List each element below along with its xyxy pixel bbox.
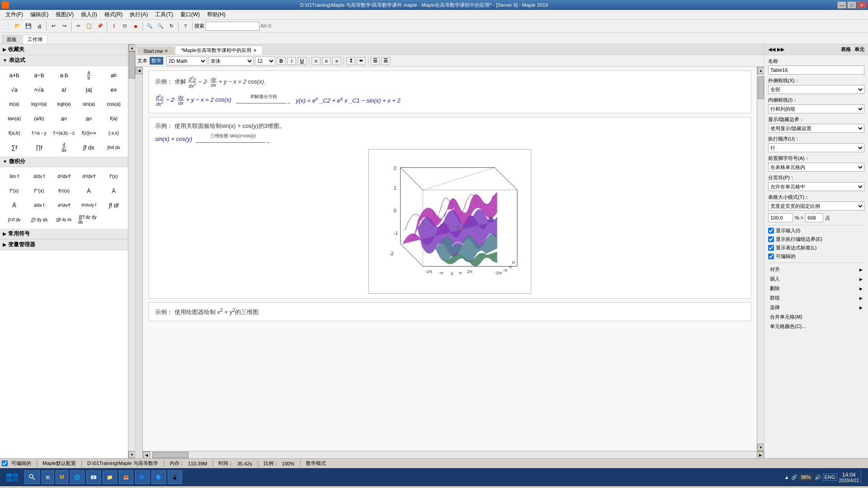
copy-btn[interactable]: 📋: [84, 21, 94, 31]
execute-all-btn[interactable]: !!!: [120, 21, 130, 31]
expr-subidx[interactable]: an: [52, 112, 75, 125]
taskbar-task-view[interactable]: ⊞: [42, 470, 54, 484]
menu-cell-color[interactable]: 单元格颜色(C)...: [768, 322, 864, 331]
expr-integ[interactable]: ∫f dx: [77, 141, 100, 154]
print-btn[interactable]: 🖨: [34, 21, 44, 31]
help-btn[interactable]: ?: [180, 21, 190, 31]
expr-ln[interactable]: ln(a): [3, 98, 26, 110]
close-button[interactable]: ✕: [857, 1, 866, 9]
stop-btn[interactable]: ■: [131, 21, 141, 31]
menu-delete[interactable]: 删除 ▶: [768, 284, 864, 293]
taskbar-maple[interactable]: M: [56, 470, 68, 484]
underline-btn[interactable]: U: [297, 57, 307, 65]
taskbar-ie[interactable]: 🌐: [70, 470, 85, 484]
expr-piecewise[interactable]: {-x,x}: [102, 127, 125, 139]
calc-tripleinteg[interactable]: ∭f dz dy dx: [77, 213, 100, 226]
expr-sum[interactable]: ∑f: [3, 141, 26, 154]
size-pixels-input[interactable]: [805, 213, 823, 222]
left-panel-scrollbar[interactable]: ▲ ▼: [128, 44, 135, 458]
panel-tab[interactable]: 面板: [2, 35, 22, 44]
expr-func[interactable]: f(a): [102, 112, 125, 125]
menu-help[interactable]: 帮助(H): [203, 10, 229, 19]
minimize-button[interactable]: —: [837, 1, 846, 9]
expr-prod[interactable]: ∏f: [28, 141, 51, 154]
execute-btn[interactable]: !: [109, 21, 119, 31]
refresh-btn[interactable]: ↻: [166, 21, 176, 31]
expr-log10[interactable]: log10(a): [28, 98, 51, 110]
calc-dddotA[interactable]: Ȧ̈: [3, 199, 26, 211]
menu-merge[interactable]: 合并单元格(M): [768, 312, 864, 322]
menu-execute[interactable]: 执行(A): [126, 10, 151, 19]
cb-show-input[interactable]: [768, 228, 774, 234]
cb-show-expr[interactable]: [768, 245, 774, 251]
calc-prime3[interactable]: f'''(x): [28, 184, 51, 197]
calc-definteg[interactable]: ∫21f dv: [3, 213, 26, 226]
taskbar-extra[interactable]: 📱: [168, 470, 182, 484]
tray-clock[interactable]: 14:04 2020/4/22: [839, 472, 859, 483]
menu-edit[interactable]: 编辑(E): [27, 10, 52, 19]
taskbar-edge[interactable]: 🔷: [151, 470, 166, 484]
menu-select[interactable]: 选择 ▶: [768, 303, 864, 312]
menu-format[interactable]: 格式(R): [101, 10, 127, 19]
expr-tan[interactable]: tan(a): [3, 112, 26, 125]
expr-abs[interactable]: |a|: [77, 83, 100, 96]
calc-partial2xy[interactable]: ∂²/∂x∂y f: [77, 199, 100, 211]
calculus-header[interactable]: ▼ 微积分: [0, 156, 128, 167]
tab-maple-close[interactable]: ✕: [253, 48, 257, 53]
expr-eval[interactable]: f(x)|x=a: [77, 127, 100, 139]
calc-lim[interactable]: lim f: [3, 170, 26, 183]
open-btn[interactable]: 📂: [13, 21, 23, 31]
math-type-select[interactable]: 2D Math 1D Math: [166, 56, 207, 66]
expr-sin[interactable]: sin(a): [77, 98, 100, 110]
tab-start[interactable]: Start.mw ✕: [137, 47, 174, 55]
pencil-btn[interactable]: ✏: [357, 57, 366, 65]
calc-dotA[interactable]: Ȧ: [77, 184, 100, 197]
doc-scroll-thumb[interactable]: [758, 76, 764, 99]
expr-arrow1[interactable]: f:=a→y: [28, 127, 51, 139]
inner-border-select[interactable]: 行和列的组: [768, 104, 864, 113]
left-scroll-thumb[interactable]: [129, 52, 135, 79]
expr-definteg[interactable]: ∫baf dx: [102, 141, 125, 154]
expr-exp[interactable]: ea: [102, 83, 125, 96]
doc-scroll-track[interactable]: [757, 74, 764, 444]
new-btn[interactable]: 📄: [2, 21, 12, 31]
expr-factorial[interactable]: a!: [52, 83, 75, 96]
hs-thumb[interactable]: [152, 452, 189, 458]
show-hidden-select[interactable]: 使用显示/隐藏设置: [768, 124, 864, 133]
zoom-out-btn[interactable]: 🔍: [145, 21, 155, 31]
outer-border-select[interactable]: 全部: [768, 85, 864, 94]
taskbar-search[interactable]: [24, 470, 40, 484]
calc-partial2[interactable]: ∂²/∂x²f: [52, 199, 75, 211]
workbook-tab[interactable]: 工作簿: [23, 35, 47, 44]
list-btn[interactable]: ☰: [371, 57, 380, 65]
menu-tools[interactable]: 工具(T): [151, 10, 176, 19]
symbols-header[interactable]: ▶ 常用符号: [0, 229, 128, 239]
align-left-btn[interactable]: ≡: [311, 57, 321, 65]
table-size-mode-select[interactable]: 宽度是页宽的固定比例: [768, 202, 864, 211]
zoom-in-btn[interactable]: 🔍: [156, 21, 165, 31]
calc-primen[interactable]: f(n)(x): [52, 184, 75, 197]
calc-dblinteg[interactable]: ∬f dy dx: [28, 213, 51, 226]
font-size-select[interactable]: 12 10 14: [255, 56, 275, 66]
expr-subidx2[interactable]: an: [77, 112, 100, 125]
doc-scrollbar-v[interactable]: ▲ ▼: [757, 67, 764, 451]
hs-left[interactable]: ◀: [143, 451, 150, 458]
menu-view[interactable]: 视图(V): [52, 10, 77, 19]
undo-btn[interactable]: ↩: [48, 21, 58, 31]
italic-btn[interactable]: I: [287, 57, 296, 65]
hs-right[interactable]: ▶: [757, 451, 764, 458]
calc-iterinteg[interactable]: ∫∫∫f dy dx: [52, 213, 75, 226]
menu-align[interactable]: 对齐 ▶: [768, 265, 864, 274]
doc-scrollbar-h[interactable]: ◀ ▶: [143, 451, 764, 458]
menu-insert[interactable]: 插入(I): [77, 10, 100, 19]
calc-integ[interactable]: ∫f df: [102, 199, 125, 211]
expr-arrow2[interactable]: f:=(a,b)→z: [52, 127, 75, 139]
expr-apow[interactable]: ab: [102, 69, 125, 81]
paste-btn[interactable]: 📌: [95, 21, 105, 31]
collapse-btn[interactable]: ◀: [136, 67, 143, 74]
calc-ddotA[interactable]: Ä: [102, 184, 125, 197]
calc-d2[interactable]: d²/dx²f: [52, 170, 75, 183]
cb-editable[interactable]: [768, 253, 774, 259]
tray-speaker[interactable]: 🔊: [815, 474, 821, 480]
redo-btn[interactable]: ↪: [59, 21, 69, 31]
